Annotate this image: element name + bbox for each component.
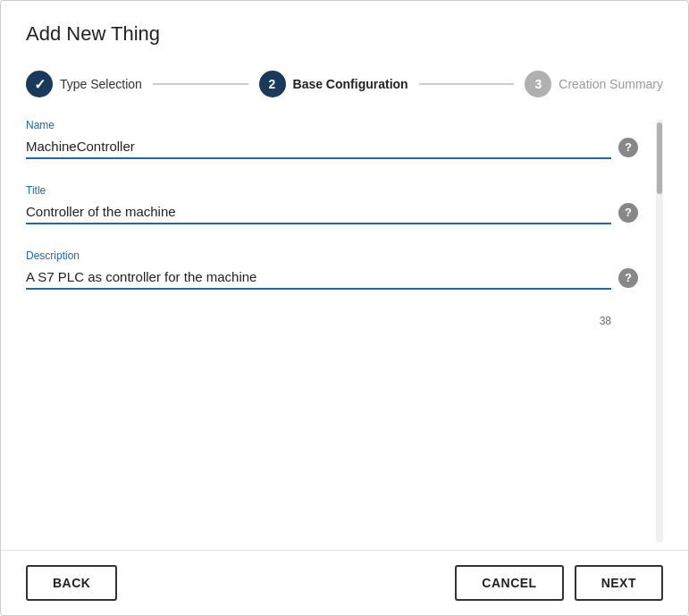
dialog-content: Name ? Title ? [1,112,688,550]
title-field-row: ? [26,200,638,224]
description-field-row: A S7 PLC as controller for the machine ? [26,266,638,290]
description-help-icon[interactable]: ? [618,268,638,288]
step-circle-type-selection: ✓ [26,71,53,97]
title-input[interactable] [26,200,611,224]
step-connector-1 [153,83,248,85]
name-input[interactable] [26,135,611,159]
title-help-icon[interactable]: ? [618,203,638,223]
scrollbar-track[interactable] [656,119,663,543]
name-label: Name [26,119,638,131]
checkmark-icon: ✓ [34,76,46,93]
step-number-creation-summary: 3 [534,77,542,91]
footer-right: CANCEL NEXT [455,565,663,601]
dialog-header: Add New Thing [1,1,688,56]
step-circle-creation-summary: 3 [525,71,551,97]
description-textarea[interactable]: A S7 PLC as controller for the machine [26,266,611,290]
step-label-type-selection: Type Selection [60,77,142,91]
title-label: Title [26,184,638,197]
back-button[interactable]: BACK [26,565,117,601]
step-circle-base-configuration: 2 [259,71,286,97]
dialog-title: Add New Thing [26,22,663,46]
step-label-creation-summary: Creation Summary [559,77,663,91]
description-label: Description [26,249,638,262]
add-new-thing-dialog: Add New Thing ✓ Type Selection 2 Base Co… [0,0,689,616]
step-type-selection: ✓ Type Selection [26,71,142,97]
form-area: Name ? Title ? [26,119,652,543]
dialog-footer: BACK CANCEL NEXT [1,550,688,615]
name-field-container: Name ? [26,119,638,159]
char-count-area: 38 [26,315,638,327]
step-connector-2 [419,83,515,85]
name-field-row: ? [26,135,638,159]
step-base-configuration: 2 Base Configuration [259,71,408,97]
step-number-base-configuration: 2 [269,77,276,91]
name-help-icon[interactable]: ? [618,138,638,157]
description-field-container: Description A S7 PLC as controller for t… [26,249,638,290]
char-count: 38 [600,315,611,327]
next-button[interactable]: NEXT [575,565,663,601]
step-creation-summary: 3 Creation Summary [525,71,663,97]
stepper: ✓ Type Selection 2 Base Configuration 3 … [1,56,688,112]
cancel-button[interactable]: CANCEL [455,565,563,601]
scrollbar-thumb[interactable] [657,122,662,194]
title-field-container: Title ? [26,184,638,224]
step-label-base-configuration: Base Configuration [293,77,408,91]
